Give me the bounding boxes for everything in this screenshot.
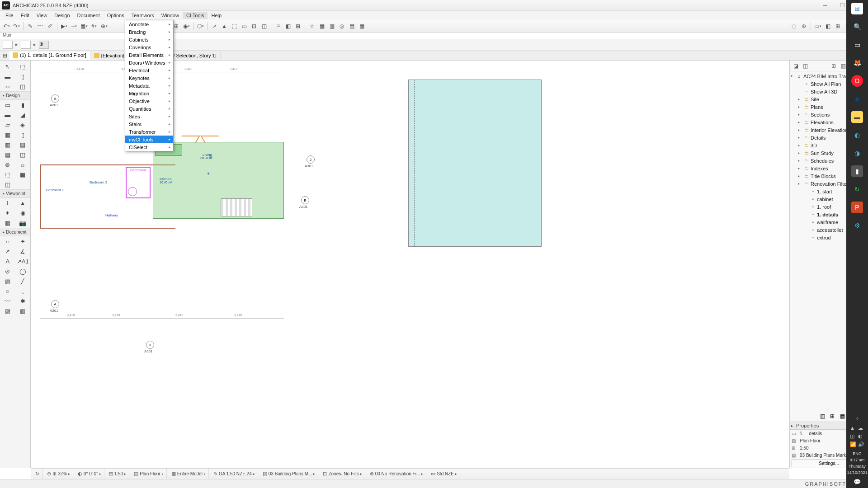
tree-toggle[interactable]: ▸ — [798, 166, 802, 170]
tool-icon[interactable]: ▦ — [15, 169, 31, 179]
flag-icon[interactable]: ⚐ — [274, 22, 283, 31]
object-tool[interactable]: ⬚ — [0, 169, 15, 179]
tool-button[interactable]: ▭ — [240, 22, 249, 31]
edge-icon[interactable]: e — [851, 93, 863, 105]
settings-icon[interactable]: ⚙ — [851, 220, 863, 231]
arrow-tool-button[interactable]: ▶ — [60, 22, 69, 31]
marquee-tool[interactable]: ⬚ — [15, 61, 31, 71]
tool-button[interactable]: ⊛ — [799, 22, 808, 31]
tool-button[interactable]: ⊞ — [833, 22, 842, 31]
menu-item-bracing[interactable]: Bracing — [125, 28, 173, 36]
document-tab[interactable]: (1) 1. details [1. Ground Floor] — [9, 52, 90, 60]
grid-button[interactable]: # — [90, 22, 99, 31]
tool-button[interactable]: ┈ — [70, 22, 79, 31]
zoom-in-icon[interactable]: ⊕ — [52, 471, 57, 477]
explorer-icon[interactable]: ▬ — [851, 111, 863, 123]
fill-tool[interactable]: ▨ — [0, 276, 15, 286]
tool-icon[interactable]: ▤ — [15, 140, 31, 150]
label-tool[interactable]: ↗A1 — [15, 256, 31, 266]
menu-item-doors-windows[interactable]: Doors+Windows — [125, 59, 173, 66]
tray-icon[interactable]: ◫ — [850, 433, 856, 440]
line-tool[interactable]: ╱ — [15, 276, 31, 286]
app-icon[interactable]: ◐ — [851, 129, 863, 141]
tool-icon[interactable]: ⊥ — [0, 198, 15, 208]
tool-icon[interactable]: ◯ — [15, 266, 31, 276]
tray-icon[interactable]: ▲ — [850, 425, 856, 432]
menu-item-metadata[interactable]: Metadata — [125, 82, 173, 89]
tool-button[interactable]: ◧ — [823, 22, 832, 31]
firefox-icon[interactable]: 🦊 — [851, 57, 863, 69]
tool-button[interactable]: 〰 — [36, 22, 45, 31]
star-icon[interactable]: ☆ — [307, 22, 316, 31]
menu-ci-tools[interactable]: CI Tools — [183, 12, 208, 19]
tool-icon[interactable]: ◫ — [15, 81, 31, 91]
arrow-tool[interactable]: ↖ — [0, 61, 15, 71]
nav-action-btn[interactable]: ⊞ — [828, 412, 836, 420]
tool-icon[interactable]: ✦ — [15, 236, 31, 246]
menu-item-objective[interactable]: Objective — [125, 97, 173, 105]
minimize-button[interactable]: ─ — [822, 2, 828, 9]
nav-btn[interactable]: ◪ — [792, 62, 800, 70]
windows-icon[interactable]: ⊞ — [851, 3, 863, 14]
tool-button[interactable]: ◎ — [337, 22, 346, 31]
menu-item-annotate[interactable]: Annotate — [125, 20, 173, 28]
text-tool[interactable]: A — [0, 256, 15, 266]
tree-toggle[interactable]: ▸ — [798, 120, 802, 124]
tabview-icon[interactable]: ⊞ — [1, 51, 9, 60]
tool-icon[interactable]: ▯ — [15, 71, 31, 81]
tool-icon[interactable]: ⊘ — [0, 266, 15, 276]
beam-tool[interactable]: ▬ — [0, 110, 15, 120]
tool-button[interactable]: ◉ — [182, 22, 191, 31]
tool-icon[interactable] — [15, 179, 31, 189]
app-icon[interactable]: ◑ — [851, 147, 863, 159]
tool-button[interactable]: ⊞ — [293, 22, 302, 31]
tool-icon[interactable]: ◫ — [15, 150, 31, 160]
tool-button[interactable]: ▭ — [813, 22, 822, 31]
tool-button[interactable]: ▦ — [317, 22, 326, 31]
expand-chevron[interactable]: ‹ — [856, 414, 859, 422]
undo-button[interactable]: ↶ — [2, 22, 11, 31]
tool-icon[interactable]: ✱ — [15, 296, 31, 306]
menu-options[interactable]: Options — [104, 12, 128, 19]
tool-button[interactable]: ⬚ — [230, 22, 239, 31]
tree-toggle[interactable]: ▸ — [798, 174, 802, 178]
tool-icon[interactable]: ▦ — [0, 130, 15, 140]
subtool-button[interactable]: ⊕ — [39, 41, 49, 49]
tool-button[interactable]: ▦ — [357, 22, 366, 31]
tool-button[interactable]: ⊕ — [99, 22, 108, 31]
subtool-button[interactable] — [21, 41, 31, 49]
tool-icon[interactable]: ◫ — [0, 179, 15, 189]
arc-tool[interactable]: ◟ — [15, 286, 31, 296]
document-section-header[interactable]: Document — [0, 228, 30, 236]
menu-item-transformer[interactable]: Transformer — [125, 128, 173, 136]
menu-item-stairs[interactable]: Stairs — [125, 120, 173, 128]
tree-toggle[interactable]: ▸ — [798, 97, 802, 101]
menu-design[interactable]: Design — [51, 12, 73, 19]
tree-toggle[interactable]: ▸ — [798, 151, 802, 155]
archicad-icon[interactable]: ▮ — [851, 165, 863, 177]
subtool-button[interactable] — [3, 41, 13, 49]
camera-tool[interactable]: 📷 — [15, 218, 31, 228]
tool-button[interactable]: ◫ — [259, 22, 269, 31]
menu-item-quantities[interactable]: Quantities — [125, 105, 173, 113]
menu-item-coverings[interactable]: Coverings — [125, 43, 173, 51]
circle-tool[interactable]: ○ — [0, 286, 15, 296]
menu-edit[interactable]: Edit — [17, 12, 33, 19]
mesh-tool[interactable]: ◈ — [15, 120, 31, 130]
tray-icon[interactable]: ◐ — [858, 433, 864, 440]
stair-tool[interactable]: ▤ — [0, 150, 15, 160]
tool-icon[interactable]: ▥ — [0, 140, 15, 150]
column-tool[interactable]: ▮ — [15, 100, 31, 110]
tool-button[interactable]: ▤ — [347, 22, 356, 31]
tool-button[interactable]: ⬡ — [196, 22, 205, 31]
nav-action-btn[interactable]: ▥ — [818, 412, 826, 420]
menu-file[interactable]: File — [2, 12, 17, 19]
nav-btn[interactable]: ◫ — [801, 62, 809, 70]
tool-icon[interactable]: ▦ — [0, 218, 15, 228]
tool-button[interactable]: ▥ — [327, 22, 336, 31]
refresh-icon[interactable]: ↻ — [35, 471, 39, 477]
tool-icon[interactable]: ▲ — [15, 198, 31, 208]
tool-button[interactable]: ◌ — [789, 22, 798, 31]
menu-window[interactable]: Window — [158, 12, 183, 19]
angle-tool[interactable]: ∡ — [15, 246, 31, 256]
